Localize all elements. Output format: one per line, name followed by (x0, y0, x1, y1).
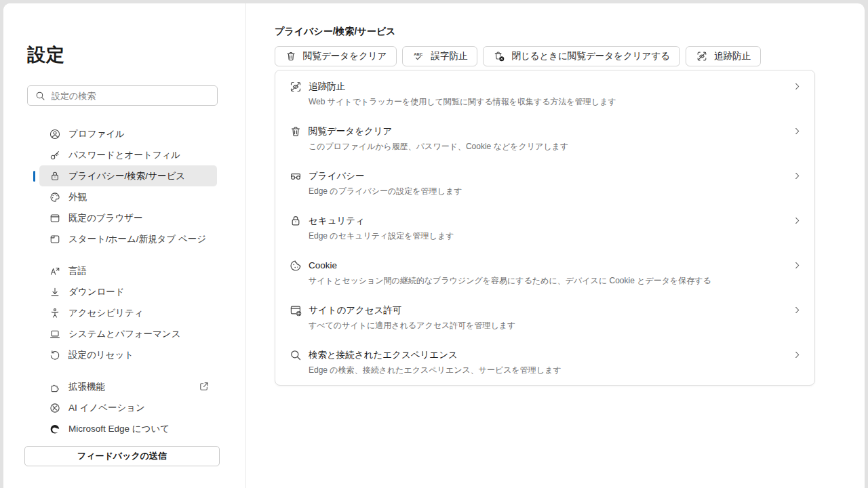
settings-card-list: 追跡防止 Web サイトでトラッカーを使用して閲覧に関する情報を収集する方法を管… (275, 70, 815, 386)
sidebar-item-system-performance[interactable]: システムとパフォーマンス (39, 323, 217, 344)
sidebar-nav: プロファイル パスワードとオートフィル プライバシー/検索/サービス 外観 既定… (3, 123, 245, 439)
chevron-right-icon (792, 216, 802, 226)
sidebar-item-label: Microsoft Edge について (68, 423, 170, 435)
sidebar-item-default-browser[interactable]: 既定のブラウザー (39, 207, 217, 228)
tracking-prevention-icon (289, 80, 302, 116)
chevron-right-icon (792, 305, 802, 315)
card-row-security[interactable]: セキュリティ Edge のセキュリティ設定を管理します (275, 205, 814, 250)
lock-icon (49, 170, 61, 182)
trash-icon (285, 50, 297, 62)
language-icon (49, 265, 61, 277)
tracking-prevention-button[interactable]: 追跡防止 (686, 46, 761, 66)
sidebar-item-extensions[interactable]: 拡張機能 (39, 376, 217, 397)
sidebar-item-ai-innovation[interactable]: AI イノベーション (39, 397, 217, 418)
edge-logo-icon (49, 423, 61, 435)
row-title: Cookie (309, 259, 711, 272)
sidebar-item-start-home-newtab[interactable]: スタート/ホーム/新規タブ ページ (39, 228, 217, 249)
tracking-prevention-icon (696, 50, 708, 62)
card-row-search-connected-experiences[interactable]: 検索と接続されたエクスペリエンス Edge の検索、接続されたエクスペリエンス、… (275, 340, 814, 384)
sidebar-item-languages[interactable]: 言語 (39, 260, 217, 281)
sidebar-item-profile[interactable]: プロファイル (39, 123, 217, 144)
row-title: 検索と接続されたエクスペリエンス (309, 348, 561, 362)
chevron-right-icon (792, 81, 802, 92)
search-icon (289, 348, 302, 384)
sidebar-item-downloads[interactable]: ダウンロード (39, 281, 217, 302)
sidebar-item-privacy-search-services[interactable]: プライバシー/検索/サービス (39, 165, 217, 186)
sidebar-item-label: ダウンロード (68, 286, 125, 298)
sidebar-item-about-edge[interactable]: Microsoft Edge について (39, 418, 217, 439)
reset-icon (49, 349, 61, 361)
sidebar-item-reset-settings[interactable]: 設定のリセット (39, 344, 217, 365)
card-row-privacy[interactable]: プライバシー Edge のプライバシーの設定を管理します (275, 161, 814, 205)
profile-icon (49, 128, 61, 140)
palette-icon (49, 191, 61, 203)
system-icon (49, 328, 61, 340)
row-title: プライバシー (309, 169, 462, 183)
trash-icon (289, 125, 302, 161)
sidebar-item-label: 設定のリセット (68, 349, 134, 361)
page-title: 設定 (27, 43, 245, 67)
row-description: Edge の検索、接続されたエクスペリエンス、サービスを管理します (309, 365, 561, 375)
key-icon (49, 149, 61, 161)
accessibility-icon (49, 307, 61, 319)
sidebar-item-label: スタート/ホーム/新規タブ ページ (68, 233, 206, 245)
download-icon (49, 286, 61, 298)
search-input[interactable] (52, 91, 210, 101)
card-row-site-permissions[interactable]: サイトのアクセス許可 すべてのサイトに適用されるアクセス許可を管理します (275, 295, 814, 340)
typo-protection-button[interactable]: 誤字防止 (402, 46, 477, 66)
clear-data-on-close-button[interactable]: 閉じるときに閲覧データをクリアする (483, 46, 680, 66)
settings-search-box[interactable] (27, 85, 218, 106)
row-description: このプロファイルから履歴、パスワード、Cookie などをクリアします (309, 142, 568, 152)
settings-main-panel: プライバシー/検索/サービス 閲覧データをクリア 誤字防止 閉じるときに閲覧デー… (246, 3, 865, 488)
button-label: 閉じるときに閲覧データをクリアする (511, 50, 670, 62)
chevron-right-icon (792, 350, 802, 360)
sidebar-item-label: 既定のブラウザー (68, 212, 143, 224)
sidebar-item-label: 言語 (68, 265, 87, 277)
row-title: セキュリティ (309, 214, 454, 228)
extensions-icon (49, 381, 61, 393)
sidebar-item-label: 外観 (68, 191, 87, 203)
row-description: すべてのサイトに適用されるアクセス許可を管理します (309, 321, 515, 331)
sidebar-item-passwords[interactable]: パスワードとオートフィル (39, 144, 217, 165)
external-link-icon (198, 380, 210, 392)
sidebar-item-label: プロファイル (68, 128, 125, 140)
chevron-right-icon (792, 171, 802, 181)
sidebar-item-appearance[interactable]: 外観 (39, 186, 217, 207)
row-description: サイトとセッション間の継続的なブラウジングを容易にするために、デバイスに Coo… (309, 276, 711, 286)
quick-actions-toolbar: 閲覧データをクリア 誤字防止 閉じるときに閲覧データをクリアする 追跡防止 (275, 46, 865, 66)
trash-clear-on-close-icon (493, 50, 505, 62)
row-title: 閲覧データをクリア (309, 125, 568, 138)
row-description: Web サイトでトラッカーを使用して閲覧に関する情報を収集する方法を管理します (309, 97, 616, 107)
send-feedback-button[interactable]: フィードバックの送信 (24, 446, 220, 466)
row-title: サイトのアクセス許可 (309, 304, 515, 317)
card-row-cookies[interactable]: Cookie サイトとセッション間の継続的なブラウジングを容易にするために、デバ… (275, 250, 814, 295)
site-permissions-icon (289, 304, 302, 340)
button-label: 誤字防止 (431, 50, 467, 62)
sidebar-item-label: プライバシー/検索/サービス (68, 170, 185, 182)
sidebar-item-label: アクセシビリティ (68, 307, 144, 319)
clear-browsing-data-button[interactable]: 閲覧データをクリア (275, 46, 397, 66)
sidebar-item-label: 拡張機能 (68, 381, 105, 393)
cookie-icon (289, 259, 302, 295)
button-label: 追跡防止 (714, 50, 751, 62)
row-description: Edge のセキュリティ設定を管理します (309, 231, 454, 241)
row-description: Edge のプライバシーの設定を管理します (309, 186, 462, 197)
sidebar-item-accessibility[interactable]: アクセシビリティ (39, 302, 217, 323)
sidebar-item-label: パスワードとオートフィル (68, 149, 180, 161)
privacy-glasses-icon (289, 169, 302, 205)
spellcheck-icon (412, 50, 425, 62)
edge-settings-window: 設定 プロファイル パスワードとオートフィル プライバシー/検索/サービス (3, 3, 865, 488)
card-row-tracking-prevention[interactable]: 追跡防止 Web サイトでトラッカーを使用して閲覧に関する情報を収集する方法を管… (275, 71, 814, 116)
search-icon (35, 90, 46, 102)
chevron-right-icon (792, 126, 802, 136)
settings-sidebar: 設定 プロファイル パスワードとオートフィル プライバシー/検索/サービス (3, 3, 245, 488)
lock-icon (289, 214, 302, 250)
sidebar-item-label: システムとパフォーマンス (68, 328, 180, 340)
button-label: 閲覧データをクリア (303, 50, 387, 62)
chevron-right-icon (792, 260, 802, 270)
row-title: 追跡防止 (309, 80, 616, 94)
tab-page-icon (49, 233, 61, 245)
section-title: プライバシー/検索/サービス (275, 26, 865, 38)
sidebar-item-label: AI イノベーション (68, 402, 145, 414)
card-row-clear-browsing-data[interactable]: 閲覧データをクリア このプロファイルから履歴、パスワード、Cookie などをク… (275, 116, 814, 161)
